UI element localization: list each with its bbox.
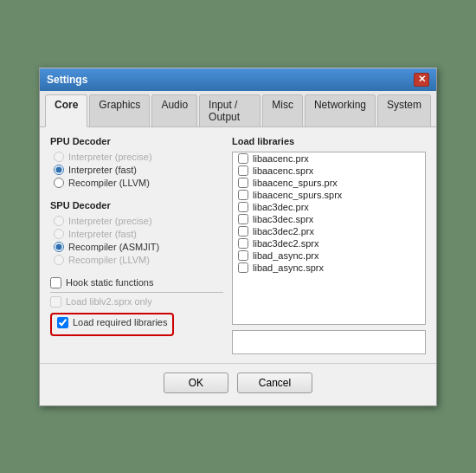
ppu-recompiler-llvm[interactable]: Recompiler (LLVM) xyxy=(54,178,223,188)
spu-radio-asmjit[interactable] xyxy=(54,242,64,252)
lib-checkbox-5[interactable] xyxy=(238,214,248,224)
list-item: libaacenc_spurs.prx xyxy=(233,177,425,189)
checkboxes-group: Hook static functions Load liblv2.sprx o… xyxy=(50,277,223,336)
list-item: libac3dec2.prx xyxy=(233,225,425,237)
load-required-input[interactable] xyxy=(57,317,68,328)
lib-checkbox-2[interactable] xyxy=(238,178,248,188)
tab-networking[interactable]: Networking xyxy=(305,94,376,126)
list-item: libad_async.prx xyxy=(233,249,425,262)
hook-static-input[interactable] xyxy=(50,277,61,288)
tabs-bar: Core Graphics Audio Input / Output Misc … xyxy=(40,91,436,127)
load-liblv2-checkbox[interactable]: Load liblv2.sprx only xyxy=(50,296,223,308)
spu-interpreter-precise[interactable]: Interpreter (precise) xyxy=(54,216,223,226)
tab-audio[interactable]: Audio xyxy=(151,94,197,126)
spu-radio-llvm[interactable] xyxy=(54,255,64,265)
load-required-highlighted: Load required libraries xyxy=(50,313,174,336)
list-item: libac3dec2.sprx xyxy=(233,237,425,249)
close-button[interactable]: ✕ xyxy=(414,73,429,87)
tab-core[interactable]: Core xyxy=(45,94,87,127)
footer: OK Cancel xyxy=(40,363,436,405)
cancel-button[interactable]: Cancel xyxy=(237,373,312,393)
list-item: libaacenc_spurs.sprx xyxy=(233,189,425,201)
window-title: Settings xyxy=(47,74,87,86)
list-item: libad_async.sprx xyxy=(233,262,425,274)
left-panel: PPU Decoder Interpreter (precise) Interp… xyxy=(50,136,223,354)
ppu-decoder-group: Interpreter (precise) Interpreter (fast)… xyxy=(50,152,223,188)
spu-interpreter-fast[interactable]: Interpreter (fast) xyxy=(54,229,223,239)
lib-checkbox-9[interactable] xyxy=(238,262,248,273)
lib-checkbox-4[interactable] xyxy=(238,202,248,212)
load-required-checkbox[interactable]: Load required libraries xyxy=(57,317,167,328)
spu-radio-fast[interactable] xyxy=(54,229,64,239)
spu-decoder-group: Interpreter (precise) Interpreter (fast)… xyxy=(50,216,223,265)
spu-recompiler-asmjit[interactable]: Recompiler (ASMJIT) xyxy=(54,242,223,252)
libraries-search-input[interactable] xyxy=(232,330,426,354)
tab-system[interactable]: System xyxy=(377,94,431,126)
list-item: libac3dec.sprx xyxy=(233,213,425,225)
libraries-list[interactable]: libaacenc.prx libaacenc.sprx libaacenc_s… xyxy=(232,152,426,325)
load-liblv2-input[interactable] xyxy=(50,296,61,308)
spu-radio-precise[interactable] xyxy=(54,216,64,226)
title-bar: Settings ✕ xyxy=(40,68,436,91)
tab-misc[interactable]: Misc xyxy=(262,94,303,126)
load-libraries-label: Load libraries xyxy=(232,136,426,146)
lib-checkbox-0[interactable] xyxy=(238,153,248,164)
ppu-radio-fast[interactable] xyxy=(54,165,64,175)
ppu-radio-llvm[interactable] xyxy=(54,178,64,188)
right-panel: Load libraries libaacenc.prx libaacenc.s… xyxy=(232,136,426,354)
lib-checkbox-8[interactable] xyxy=(238,250,248,261)
spu-decoder-label: SPU Decoder xyxy=(50,200,223,211)
divider xyxy=(50,292,223,293)
hook-static-checkbox[interactable]: Hook static functions xyxy=(50,277,223,288)
ppu-radio-precise[interactable] xyxy=(54,152,64,162)
tab-content: PPU Decoder Interpreter (precise) Interp… xyxy=(40,127,436,363)
ppu-interpreter-precise[interactable]: Interpreter (precise) xyxy=(54,152,223,162)
spu-recompiler-llvm[interactable]: Recompiler (LLVM) xyxy=(54,255,223,265)
lib-checkbox-7[interactable] xyxy=(238,238,248,249)
ok-button[interactable]: OK xyxy=(164,373,228,393)
tab-graphics[interactable]: Graphics xyxy=(89,94,150,126)
lib-checkbox-1[interactable] xyxy=(238,165,248,176)
list-item: libaacenc.sprx xyxy=(233,165,425,177)
tab-input-output[interactable]: Input / Output xyxy=(199,94,261,126)
list-item: libaacenc.prx xyxy=(233,152,425,165)
list-item: libac3dec.prx xyxy=(233,201,425,213)
ppu-interpreter-fast[interactable]: Interpreter (fast) xyxy=(54,165,223,175)
lib-checkbox-3[interactable] xyxy=(238,190,248,200)
settings-window: Settings ✕ Core Graphics Audio Input / O… xyxy=(39,68,437,406)
lib-checkbox-6[interactable] xyxy=(238,226,248,236)
ppu-decoder-label: PPU Decoder xyxy=(50,136,223,146)
